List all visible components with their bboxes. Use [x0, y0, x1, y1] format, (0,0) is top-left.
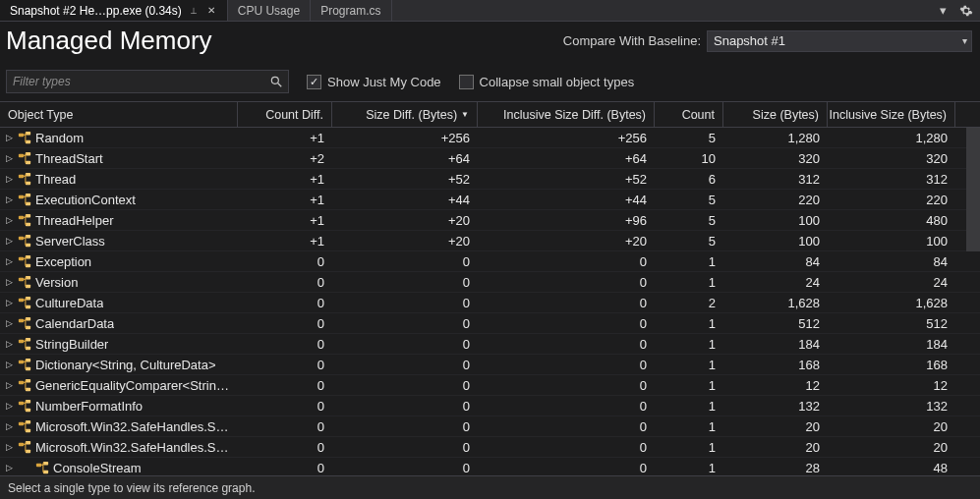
show-just-my-code-checkbox[interactable]: Show Just My Code [307, 75, 441, 89]
cell-incl-size-diff: 0 [478, 399, 655, 414]
class-icon [18, 440, 31, 454]
class-icon [18, 193, 31, 206]
expander-icon[interactable]: ▷ [4, 360, 14, 369]
expander-icon[interactable]: ▷ [4, 256, 14, 266]
expander-icon[interactable]: ▷ [4, 298, 14, 307]
expander-icon[interactable]: ▷ [4, 421, 14, 431]
cell-size-diff: +64 [332, 151, 478, 166]
cell-incl-size-diff: +64 [478, 151, 655, 166]
expander-icon[interactable]: ▷ [4, 215, 14, 225]
table-row[interactable]: ▷CultureData00021,6281,628 [0, 293, 980, 313]
expander-icon[interactable]: ▷ [4, 318, 14, 328]
table-row[interactable]: ▷ThreadStart+2+64+6410320320 [0, 148, 980, 169]
col-incl-size-diff[interactable]: Inclusive Size Diff. (Bytes) [478, 102, 655, 127]
type-name: GenericEqualityComparer<String> [35, 378, 230, 393]
filter-box[interactable] [6, 70, 289, 93]
gear-icon[interactable] [958, 3, 974, 19]
expander-icon[interactable]: ▷ [4, 463, 14, 472]
cell-size-diff: 0 [332, 419, 478, 434]
cell-count: 6 [655, 172, 723, 187]
table-row[interactable]: ▷ConsoleStream00012848 [0, 458, 980, 475]
col-size[interactable]: Size (Bytes) [723, 102, 828, 127]
table-row[interactable]: ▷Microsoft.Win32.SafeHandles.SafeFile…00… [0, 437, 980, 458]
table-row[interactable]: ▷Microsoft.Win32.SafeHandles.SafeVie…000… [0, 416, 980, 437]
type-name: ExecutionContext [35, 193, 136, 207]
table-row[interactable]: ▷Random+1+256+25651,2801,280 [0, 128, 980, 148]
cell-object-type: ▷Dictionary<String, CultureData> [0, 358, 238, 372]
tab-label: Snapshot #2 He…pp.exe (0.34s) [10, 4, 182, 18]
table: Object Type Count Diff. Size Diff. (Byte… [0, 102, 980, 475]
class-icon [18, 213, 31, 227]
filter-input[interactable] [7, 75, 264, 88]
table-row[interactable]: ▷NumberFormatInfo0001132132 [0, 396, 980, 416]
cell-object-type: ▷CalendarData [0, 316, 238, 331]
col-object-type[interactable]: Object Type [0, 102, 238, 127]
expander-icon[interactable]: ▷ [4, 339, 14, 349]
col-size-diff[interactable]: Size Diff. (Bytes)▼ [332, 102, 478, 127]
toolbar: Show Just My Code Collapse small object … [0, 64, 980, 102]
svg-rect-50 [36, 464, 41, 468]
svg-line-1 [278, 83, 282, 87]
tab[interactable]: Snapshot #2 He…pp.exe (0.34s)⟂✕ [0, 0, 228, 21]
type-name: Dictionary<String, CultureData> [35, 358, 216, 372]
class-icon [18, 172, 31, 186]
collapse-small-label: Collapse small object types [480, 75, 635, 89]
expander-icon[interactable]: ▷ [4, 174, 14, 184]
cell-incl-size: 20 [828, 419, 955, 434]
cell-size-diff: 0 [332, 461, 478, 475]
cell-count-diff: 0 [238, 440, 332, 455]
tab-label: CPU Usage [238, 4, 300, 18]
col-count-diff[interactable]: Count Diff. [238, 102, 332, 127]
table-row[interactable]: ▷CalendarData0001512512 [0, 313, 980, 334]
cell-incl-size: 168 [828, 358, 955, 372]
type-name: ThreadHelper [35, 213, 114, 228]
expander-icon[interactable]: ▷ [4, 133, 14, 142]
class-icon [18, 316, 31, 330]
table-row[interactable]: ▷Version00012424 [0, 272, 980, 293]
type-name: CalendarData [35, 316, 114, 331]
svg-rect-32 [19, 340, 24, 344]
cell-count: 1 [655, 358, 723, 372]
table-row[interactable]: ▷StringBuilder0001184184 [0, 334, 980, 355]
cell-incl-size: 312 [828, 172, 955, 187]
table-row[interactable]: ▷Thread+1+52+526312312 [0, 169, 980, 190]
cell-incl-size-diff: 0 [478, 275, 655, 290]
table-row[interactable]: ▷ExecutionContext+1+44+445220220 [0, 190, 980, 210]
search-icon[interactable] [264, 75, 288, 88]
table-row[interactable]: ▷Dictionary<String, CultureData>00011681… [0, 355, 980, 375]
table-row[interactable]: ▷GenericEqualityComparer<String>00011212 [0, 375, 980, 396]
pin-icon[interactable]: ⟂ [188, 5, 200, 17]
collapse-small-checkbox[interactable]: Collapse small object types [459, 75, 635, 89]
tab[interactable]: CPU Usage [228, 0, 311, 21]
cell-count: 5 [655, 234, 723, 249]
cell-count: 1 [655, 440, 723, 455]
cell-incl-size: 512 [828, 316, 955, 331]
tab[interactable]: Program.cs [311, 0, 391, 21]
col-incl-size[interactable]: Inclusive Size (Bytes) [828, 102, 955, 127]
expander-icon[interactable]: ▷ [4, 380, 14, 390]
expander-icon[interactable]: ▷ [4, 277, 14, 287]
class-icon [18, 399, 31, 413]
baseline-select[interactable]: Snapshot #1 ▾ [707, 30, 972, 52]
cell-count: 1 [655, 419, 723, 434]
expander-icon[interactable]: ▷ [4, 401, 14, 411]
expander-icon[interactable]: ▷ [4, 153, 14, 163]
cell-object-type: ▷ExecutionContext [0, 193, 238, 207]
cell-count-diff: +1 [238, 234, 332, 249]
col-count[interactable]: Count [655, 102, 723, 127]
table-row[interactable]: ▷Exception00018484 [0, 251, 980, 272]
cell-count-diff: +1 [238, 131, 332, 145]
class-icon [18, 358, 31, 371]
table-row[interactable]: ▷ThreadHelper+1+20+965100480 [0, 210, 980, 231]
expander-icon[interactable]: ▷ [4, 442, 14, 452]
table-row[interactable]: ▷ServerClass+1+20+205100100 [0, 231, 980, 251]
chevron-down-icon[interactable]: ▾ [935, 3, 951, 19]
scrollbar[interactable] [966, 102, 980, 475]
cell-size-diff: 0 [332, 296, 478, 310]
expander-icon[interactable]: ▷ [4, 194, 14, 204]
cell-size: 84 [723, 254, 828, 269]
close-icon[interactable]: ✕ [205, 5, 217, 17]
svg-rect-14 [19, 216, 24, 220]
expander-icon[interactable]: ▷ [4, 236, 14, 246]
cell-incl-size: 184 [828, 337, 955, 352]
